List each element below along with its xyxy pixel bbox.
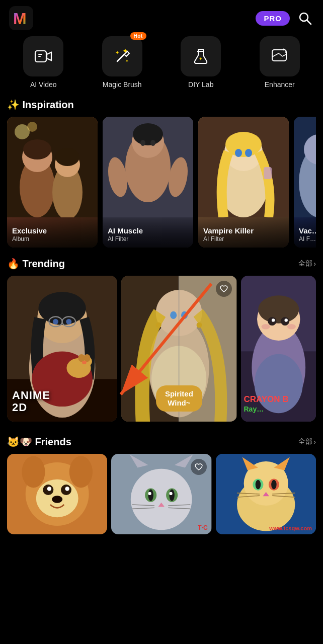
svg-point-72 [170,311,177,319]
svg-text:✦: ✦ [115,50,119,55]
friends-more-button[interactable]: 全部 › [298,437,316,446]
trending-grid: ANIME2D [7,276,316,422]
svg-line-3 [307,20,311,24]
svg-point-87 [284,318,287,321]
toolbar: AI Video Hot ✦ ✦ ✦ Magic Brush [0,34,323,95]
inspiration-card-vampire-killer[interactable]: Vampire Killer AI Filter [198,117,289,248]
trending-title: 🔥 Trending [7,258,65,270]
friends-header: 🐱🐶 Friends 全部 › [7,436,316,448]
trending-card-anime-2d[interactable]: ANIME2D [7,276,117,422]
friend-card-colorful[interactable]: www.tcsqw.com [216,454,316,534]
svg-point-74 [156,323,162,328]
svg-line-18 [282,54,286,56]
svg-point-34 [140,140,145,146]
tool-diy-lab-icon-wrap: ✦ [181,36,221,76]
friend-card-corgi[interactable] [7,454,107,534]
svg-point-86 [271,318,274,321]
friends-title: 🐱🐶 Friends [7,436,71,448]
inspiration-title: ✨ Inspiration [7,99,74,111]
svg-point-23 [27,122,37,132]
inspiration-card-vampire-killer-title: Vampire Killer [203,226,284,235]
svg-point-98 [47,487,51,491]
svg-point-65 [53,319,58,325]
friends-section: 🐱🐶 Friends 全部 › [0,432,323,546]
inspiration-scroll[interactable]: Exclusive Album [7,117,316,252]
inspiration-section: ✨ Inspiration Exclusive Album [0,95,323,254]
svg-point-100 [52,496,62,503]
friend-card-cat[interactable]: T·C [111,454,211,534]
svg-point-33 [133,123,163,145]
tool-magic-brush-icon-wrap: Hot ✦ ✦ ✦ [102,36,142,76]
tool-enhancer[interactable]: ✦ ✦ Enhancer [247,36,312,89]
app-logo[interactable]: M [9,6,33,30]
svg-point-42 [235,149,242,157]
pro-badge[interactable]: PRO [256,11,290,26]
crayon-label: CRAYON B Ray… [244,394,289,414]
svg-marker-5 [47,52,51,60]
svg-text:✦: ✦ [199,56,203,61]
tool-ai-video[interactable]: AI Video [11,36,76,89]
tcsqw-watermark: www.tcsqw.com [269,525,312,531]
trending-card-spirited-wind[interactable]: SpiritedWind~ [121,276,236,422]
header-right: PRO [256,9,314,27]
tool-diy-lab-label: DIY Lab [188,80,213,89]
trending-section: 🔥 Trending 全部 › [0,254,323,424]
tool-enhancer-label: Enhancer [265,80,295,89]
svg-point-111 [170,492,173,495]
svg-point-125 [255,480,260,490]
tool-ai-video-label: AI Video [30,80,57,89]
svg-text:✦: ✦ [122,47,128,55]
svg-point-35 [150,140,155,146]
trending-more-button[interactable]: 全部 › [298,259,316,268]
inspiration-card-ai-muscle-title: AI Muscle [108,226,188,235]
inspiration-card-vac-subtitle: AI F… [299,235,316,243]
friend-card-cat-heart[interactable] [191,459,207,475]
hot-badge: Hot [130,32,146,40]
svg-rect-6 [38,54,42,55]
svg-point-99 [65,487,69,491]
svg-point-89 [287,324,295,330]
svg-text:M: M [13,10,27,28]
tool-enhancer-icon-wrap: ✦ ✦ [260,36,300,76]
spirited-wind-label: SpiritedWind~ [156,385,202,412]
inspiration-card-ai-muscle[interactable]: AI Muscle AI Filter [103,117,193,248]
svg-point-108 [148,490,153,501]
svg-text:✦: ✦ [284,50,287,54]
inspiration-card-vac-title: Vac… [299,226,316,235]
inspiration-header: ✨ Inspiration [7,99,316,111]
trending-card-spirited-heart[interactable] [216,281,232,297]
svg-line-8 [117,54,124,61]
tool-magic-brush-label: Magic Brush [103,80,142,89]
svg-point-109 [170,490,175,501]
friends-row: T·C [7,454,316,544]
inspiration-card-exclusive-title: Exclusive [12,226,93,235]
svg-point-75 [197,323,202,328]
svg-point-64 [82,361,87,364]
svg-point-126 [271,480,276,490]
tool-magic-brush[interactable]: Hot ✦ ✦ ✦ Magic Brush [90,36,155,89]
header: M PRO [0,0,323,34]
anime-2d-label: ANIME2D [12,389,50,414]
svg-point-29 [55,148,79,166]
svg-rect-44 [264,167,272,179]
svg-point-63 [84,354,90,362]
svg-point-43 [245,149,252,157]
tool-diy-lab[interactable]: ✦ DIY Lab [168,36,233,89]
svg-point-26 [23,139,51,159]
search-button[interactable] [296,9,314,27]
inspiration-card-exclusive-subtitle: Album [12,235,93,243]
inspiration-card-exclusive[interactable]: Exclusive Album [7,117,98,248]
tool-ai-video-icon-wrap [23,36,63,76]
svg-point-93 [22,456,45,488]
inspiration-card-vampire-killer-subtitle: AI Filter [203,235,284,243]
svg-point-88 [261,324,270,330]
inspiration-card-vac[interactable]: Vac… AI F… [294,117,316,248]
svg-point-73 [181,311,188,319]
svg-point-83 [258,295,299,324]
svg-point-105 [131,469,192,530]
svg-line-17 [279,53,282,56]
svg-line-16 [272,53,279,57]
svg-rect-7 [38,56,41,57]
trending-card-crayon[interactable]: CRAYON B Ray… [241,276,316,422]
svg-text:✦: ✦ [125,59,129,63]
